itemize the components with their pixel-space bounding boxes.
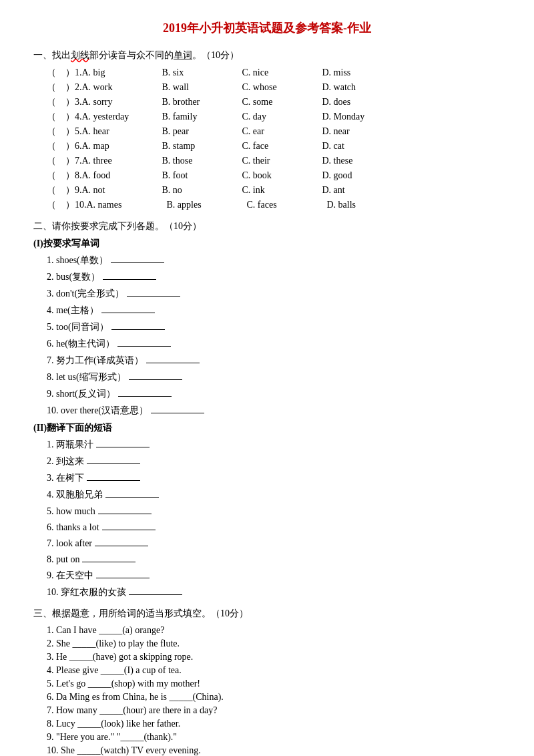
fill-row-s2-4: 4. 双胞胎兄弟 <box>33 487 501 501</box>
section1-title: 一、找出划线部分读音与众不同的单词。（10分） <box>33 49 501 61</box>
fill-line <box>127 286 180 297</box>
q-opt-d: D. ant <box>322 185 403 196</box>
section3-item-3: 3. He _____(have) got a skipping rope. <box>33 652 501 663</box>
section3-item-4: 4. Please give _____(I) a cup of tea. <box>33 665 501 676</box>
fill-row-s2-1: 1. 两瓶果汁 <box>33 437 501 451</box>
q-opt-b: B. apples <box>167 200 247 210</box>
q-options: A. big B. six C. nice D. miss <box>82 67 403 78</box>
q-num: （ ）10. <box>47 199 87 211</box>
fill-line <box>129 369 182 380</box>
q-options: A. yesterday B. family C. day D. Monday <box>82 112 403 122</box>
q-opt-b: B. no <box>162 185 242 196</box>
q-options: A. map B. stamp C. face D. cat <box>82 141 403 152</box>
fill-row-s1-1: 1. shoes(单数） <box>33 252 501 266</box>
fill-label: 7. 努力工作(译成英语） <box>47 355 144 367</box>
q-opt-a: A. map <box>82 141 162 152</box>
fill-row-s2-3: 3. 在树下 <box>33 470 501 484</box>
fill-label: 8. put on <box>47 554 79 565</box>
fill-label: 2. 到这来 <box>47 455 84 467</box>
fill-line <box>117 336 171 347</box>
fill-row-s1-4: 4. me(主格） <box>33 303 501 317</box>
fill-label: 5. too(同音词） <box>47 321 109 333</box>
q-opt-c: C. face <box>242 141 322 152</box>
q-num: （ ）1. <box>47 67 82 79</box>
q-options: A. sorry B. brother C. some D. does <box>82 97 403 108</box>
fill-line <box>111 319 165 330</box>
section3-item-9: 9. "Here you are." "_____(thank)." <box>33 732 501 743</box>
q-opt-d: D. miss <box>322 67 403 78</box>
subsection2-title: (II)翻译下面的短语 <box>33 422 501 434</box>
fill-row-s1-5: 5. too(同音词） <box>33 319 501 333</box>
section1-label: 一、找出 <box>33 50 71 60</box>
fill-row-s1-7: 7. 努力工作(译成英语） <box>33 353 501 367</box>
fill-row-s1-6: 6. he(物主代词） <box>33 336 501 350</box>
q-opt-b: B. foot <box>162 170 242 181</box>
fill-row-s1-2: 2. bus(复数） <box>33 269 501 283</box>
q-num: （ ）3. <box>47 96 82 108</box>
q-opt-a: A. sorry <box>82 97 162 108</box>
q-num: （ ）2. <box>47 81 82 93</box>
fill-label: 10. 穿红衣服的女孩 <box>47 586 126 598</box>
q-options: A. food B. foot C. book D. good <box>82 170 403 181</box>
fill-line <box>87 453 140 464</box>
section1-label2: 划线 <box>71 50 89 60</box>
question-row-9: （ ）9. A. not B. no C. ink D. ant <box>33 184 501 196</box>
question-row-8: （ ）8. A. food B. foot C. book D. good <box>33 170 501 182</box>
fill-line <box>82 552 136 562</box>
fill-row-s1-8: 8. let us(缩写形式） <box>33 369 501 383</box>
fill-row-s2-9: 9. 在天空中 <box>33 568 501 582</box>
fill-label: 6. thanks a lot <box>47 522 99 533</box>
q-num: （ ）9. <box>47 184 82 196</box>
q-opt-c: C. day <box>242 112 322 122</box>
q-opt-a: A. not <box>82 185 162 196</box>
q-opt-d: D. watch <box>322 82 403 93</box>
fill-line <box>151 403 204 413</box>
section3-item-6: 6. Da Ming es from China, he is _____(Ch… <box>33 692 501 703</box>
fill-row-s1-3: 3. don't(完全形式） <box>33 286 501 300</box>
question-row-7: （ ）7. A. three B. those C. their D. thes… <box>33 155 501 167</box>
subsection1-title: (I)按要求写单词 <box>33 238 501 250</box>
section3-item-2: 2. She _____(like) to play the flute. <box>33 638 501 649</box>
fill-label: 3. don't(完全形式） <box>47 288 124 300</box>
q-options: A. not B. no C. ink D. ant <box>82 185 403 196</box>
q-num: （ ）7. <box>47 155 82 167</box>
fill-label: 9. short(反义词） <box>47 388 115 400</box>
q-opt-a: A. hear <box>82 126 162 137</box>
q-opt-d: D. Monday <box>322 112 403 122</box>
fill-label: 2. bus(复数） <box>47 271 100 283</box>
q-options: A. work B. wall C. whose D. watch <box>82 82 403 93</box>
question-row-10: （ ）10. A. names B. apples C. faces D. ba… <box>33 199 501 211</box>
fill-line <box>95 536 148 546</box>
section1-label3: 部分读音与众不同的 <box>89 50 174 60</box>
fill-line <box>111 252 164 263</box>
q-num: （ ）4. <box>47 111 82 123</box>
fill-row-s2-8: 8. put on <box>33 552 501 565</box>
fill-row-s1-9: 9. short(反义词） <box>33 386 501 400</box>
section3-item-7: 7. How many _____(hour) are there in a d… <box>33 705 501 716</box>
fill-row-s2-6: 6. thanks a lot <box>33 520 501 533</box>
section1-label5: 。（10分） <box>192 50 239 60</box>
fill-line <box>118 386 172 397</box>
q-num: （ ）6. <box>47 140 82 152</box>
q-opt-d: D. does <box>322 97 403 108</box>
fill-line <box>146 353 200 363</box>
fill-label: 4. 双胞胎兄弟 <box>47 489 103 501</box>
fill-row-s2-10: 10. 穿红衣服的女孩 <box>33 584 501 598</box>
question-row-3: （ ）3. A. sorry B. brother C. some D. doe… <box>33 96 501 108</box>
section3-item-1: 1. Can I have _____(a) orange? <box>33 625 501 636</box>
fill-row-s1-10: 10. over there(汉语意思） <box>33 403 501 417</box>
q-opt-b: B. brother <box>162 97 242 108</box>
q-options: A. hear B. pear C. ear D. near <box>82 126 403 137</box>
fill-line <box>129 584 182 595</box>
q-options: A. names B. apples C. faces D. balls <box>87 200 407 210</box>
page-title: 2019年小升初英语试题及参考答案-作业 <box>33 20 501 36</box>
fill-label: 4. me(主格） <box>47 305 99 317</box>
question-row-2: （ ）2. A. work B. wall C. whose D. watch <box>33 81 501 93</box>
fill-line <box>96 437 150 447</box>
q-opt-c: C. ear <box>242 126 322 137</box>
q-opt-c: C. nice <box>242 67 322 78</box>
q-opt-a: A. three <box>82 156 162 166</box>
q-opt-a: A. names <box>87 200 167 210</box>
fill-label: 1. shoes(单数） <box>47 254 108 266</box>
q-num: （ ）8. <box>47 170 82 182</box>
